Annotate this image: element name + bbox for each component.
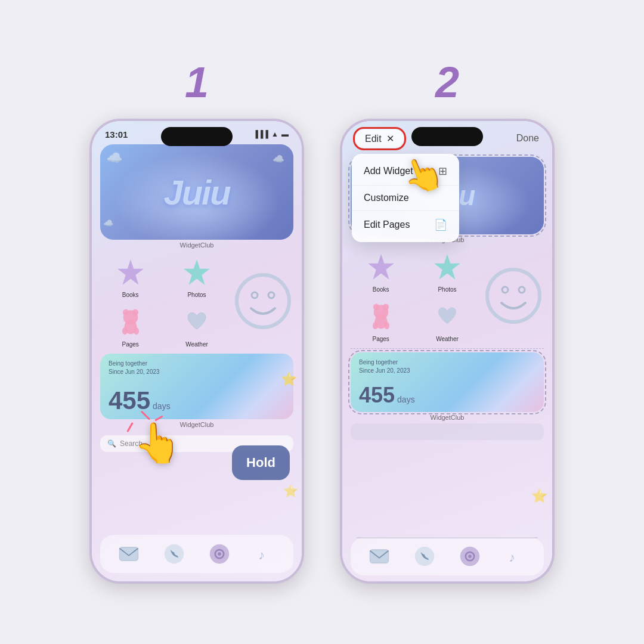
- phone-1: 13:01 ▐▐▐ ▲ ▬ ☁️ ☁️ ☁️: [89, 119, 304, 584]
- customize-label: Customize: [364, 193, 409, 203]
- countdown-label-2: Being togetherSince Jun 20, 2023: [359, 358, 535, 375]
- app-photos-icon-1: [179, 255, 214, 289]
- app-weather-label-1: Weather: [185, 341, 208, 348]
- cloud-deco-tr: ☁️: [273, 153, 284, 165]
- countdown-widget-label-2: WidgetClub: [351, 414, 544, 421]
- dock-top-line: [357, 537, 538, 538]
- star-deco-tr-1: ⭐: [281, 371, 297, 387]
- edit-pages-icon: 📄: [434, 218, 447, 231]
- app-books-2[interactable]: Books: [351, 249, 411, 293]
- svg-marker-0: [117, 259, 144, 285]
- countdown-widget-1[interactable]: Being togetherSince Jun 20, 2023 455 day…: [100, 354, 293, 419]
- svg-point-15: [218, 552, 221, 555]
- phone-1-screen: 13:01 ▐▐▐ ▲ ▬ ☁️ ☁️ ☁️: [92, 121, 302, 581]
- edit-button-ring: [353, 127, 406, 150]
- hold-badge: Hold: [232, 445, 290, 480]
- status-icons-1: ▐▐▐ ▲ ▬: [253, 130, 289, 138]
- svg-point-23: [373, 304, 379, 309]
- svg-point-26: [373, 322, 378, 329]
- svg-marker-18: [434, 254, 460, 280]
- svg-marker-17: [368, 254, 394, 280]
- star-deco-br-2: ⭐: [531, 488, 547, 504]
- svg-point-19: [487, 270, 540, 322]
- app-books-label-1: Books: [122, 292, 139, 298]
- app-photos-label-2: Photos: [438, 286, 456, 293]
- countdown-unit-2: days: [397, 395, 415, 404]
- app-weather-1[interactable]: Weather: [166, 304, 227, 348]
- app-smiley-2[interactable]: [484, 249, 544, 342]
- app-pages-label-2: Pages: [372, 336, 389, 342]
- svg-point-2: [237, 275, 289, 327]
- dock-mail-2[interactable]: [366, 543, 392, 569]
- hero-text-1: Juiu: [163, 172, 230, 212]
- app-photos-1[interactable]: Photos: [166, 255, 227, 298]
- svg-point-6: [123, 309, 129, 315]
- smiley-icon-1: [233, 271, 293, 331]
- countdown-number-2: 455: [359, 385, 395, 406]
- cloud-deco-bl: ☁️: [103, 218, 113, 228]
- done-button[interactable]: Done: [516, 133, 539, 144]
- hand-cursor-1: 👆: [134, 423, 182, 462]
- star-deco-br-1: ⭐: [283, 484, 298, 498]
- svg-marker-1: [184, 259, 210, 285]
- step-2-number: 2: [435, 61, 459, 104]
- svg-text:♪: ♪: [258, 547, 265, 562]
- svg-point-20: [502, 287, 508, 293]
- app-grid-1: Books Photos: [92, 249, 302, 354]
- bottom-area-1: Being togetherSince Jun 20, 2023 455 day…: [92, 354, 302, 433]
- edit-bar: Edit ✕ Done: [342, 121, 552, 154]
- cloud-deco-tl: ☁️: [106, 150, 122, 166]
- battery-icon: ▬: [281, 130, 289, 138]
- countdown-days-2: 455 days: [359, 385, 535, 406]
- hand-cursor-2: 👆: [402, 158, 444, 191]
- pointing-hand-icon-1: 👆: [134, 421, 182, 465]
- dynamic-island-1: [161, 127, 233, 146]
- app-weather-label-2: Weather: [436, 336, 459, 342]
- status-time-1: 13:01: [105, 129, 128, 140]
- step-1-number: 1: [185, 61, 209, 104]
- app-weather-icon-1: [179, 304, 214, 339]
- svg-rect-28: [370, 549, 388, 563]
- dock-mail-1[interactable]: [116, 541, 142, 567]
- countdown-number-1: 455: [109, 388, 150, 413]
- app-smiley-1[interactable]: [233, 255, 293, 348]
- app-pages-1[interactable]: Pages: [100, 304, 160, 348]
- svg-rect-11: [119, 547, 138, 561]
- dropdown-edit-pages[interactable]: Edit Pages 📄: [352, 211, 459, 239]
- dock-phone-1[interactable]: [161, 541, 187, 567]
- app-books-1[interactable]: Books: [100, 255, 160, 298]
- svg-point-10: [134, 327, 139, 335]
- dock-app-2[interactable]: [457, 543, 483, 569]
- svg-point-21: [519, 287, 525, 293]
- svg-point-24: [382, 304, 388, 309]
- edit-pages-label: Edit Pages: [364, 219, 410, 230]
- app-photos-icon-2: [430, 249, 465, 284]
- app-books-label-2: Books: [373, 286, 389, 293]
- app-pages-2[interactable]: Pages: [351, 299, 411, 342]
- phone-2: Edit ✕ Done Add Widget ⊞: [340, 119, 555, 584]
- countdown-unit-1: days: [153, 401, 171, 411]
- dock-phone-2[interactable]: [411, 543, 438, 569]
- dock-2: ♪: [351, 537, 544, 575]
- svg-point-27: [384, 322, 389, 329]
- search-placeholder-2: [351, 423, 544, 440]
- app-photos-2[interactable]: Photos: [417, 249, 477, 293]
- svg-point-9: [122, 327, 128, 335]
- app-weather-2[interactable]: Weather: [417, 299, 477, 342]
- widget-area-1: ☁️ ☁️ ☁️ Juiu WidgetClub: [92, 140, 302, 249]
- wifi-icon: ▲: [271, 130, 278, 138]
- dock-music-2[interactable]: ♪: [502, 543, 528, 569]
- svg-point-7: [132, 309, 138, 315]
- dock-app-1[interactable]: [206, 541, 233, 567]
- app-grid-2: Books Photos: [342, 243, 552, 348]
- main-container: 1 13:01 ▐▐▐ ▲ ▬: [0, 0, 644, 644]
- svg-text:♪: ♪: [509, 550, 515, 565]
- hero-widget-1[interactable]: ☁️ ☁️ ☁️ Juiu: [100, 144, 293, 240]
- countdown-widget-2[interactable]: Being togetherSince Jun 20, 2023 455 day…: [351, 352, 544, 412]
- dock-music-1[interactable]: ♪: [252, 541, 278, 567]
- dock-1: ♪: [100, 535, 293, 573]
- hero-widget-label-1: WidgetClub: [100, 242, 293, 249]
- phone-2-screen: Edit ✕ Done Add Widget ⊞: [342, 121, 552, 581]
- svg-point-4: [268, 292, 274, 298]
- countdown-label-1: Being togetherSince Jun 20, 2023: [109, 360, 285, 376]
